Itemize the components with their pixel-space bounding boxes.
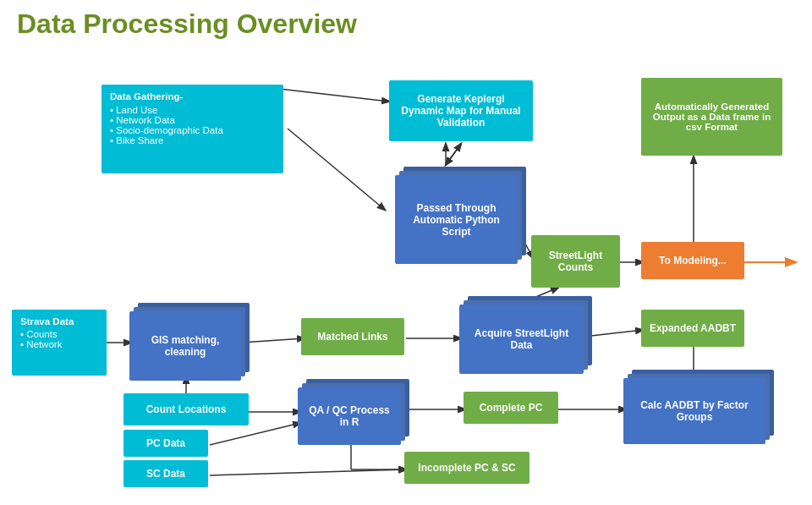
gis-matching-box: GIS matching, cleaning [129, 311, 241, 381]
passed-through-label: Passed Through Automatic Python Script [402, 202, 511, 238]
svg-line-13 [210, 423, 300, 445]
svg-line-2 [446, 144, 461, 165]
svg-line-1 [446, 144, 461, 165]
pc-data-label: PC Data [146, 437, 185, 449]
incomplete-pc-sc-label: Incomplete PC & SC [418, 462, 515, 474]
acquire-streetlight-label: Acquire StreetLight Data [466, 327, 577, 351]
complete-pc-box: Complete PC [464, 392, 558, 424]
complete-pc-label: Complete PC [480, 402, 543, 414]
count-locations-box: Count Locations [123, 393, 249, 425]
streetlight-counts-label: StreetLight Counts [538, 250, 613, 273]
page-title: Data Processing Overview [8, 8, 804, 40]
strava-data-label: Strava Data • Counts • Network [20, 316, 74, 349]
svg-line-7 [241, 338, 304, 343]
auto-output-label: Automatically Generated Output as a Data… [648, 102, 776, 132]
expanded-aadbt-box: Expanded AADBT [641, 310, 744, 347]
qa-qc-box: QA / QC Process in R [298, 387, 401, 445]
data-gathering-label: Data Gathering- • Land Use • Network Dat… [110, 91, 223, 145]
to-modeling-box: To Modeling... [641, 242, 744, 279]
expanded-aadbt-label: Expanded AADBT [650, 322, 736, 334]
data-gathering-box: Data Gathering- • Land Use • Network Dat… [102, 85, 283, 173]
generate-keplergl-box: Generate Keplergl Dynamic Map for Manual… [389, 80, 533, 141]
auto-output-box: Automatically Generated Output as a Data… [641, 78, 782, 156]
sc-data-label: SC Data [146, 468, 185, 480]
svg-line-21 [279, 89, 389, 102]
generate-keplergl-label: Generate Keplergl Dynamic Map for Manual… [396, 93, 526, 129]
qa-qc-label: QA / QC Process in R [304, 404, 394, 428]
pc-data-box: PC Data [123, 430, 208, 457]
matched-links-box: Matched Links [301, 318, 404, 355]
matched-links-label: Matched Links [317, 331, 387, 343]
sc-data-box: SC Data [123, 460, 208, 487]
svg-line-10 [584, 330, 643, 337]
strava-data-box: Strava Data • Counts • Network [12, 310, 107, 376]
streetlight-counts-box: StreetLight Counts [531, 235, 620, 288]
count-locations-label: Count Locations [146, 403, 227, 415]
svg-line-14 [210, 469, 406, 475]
calc-aadbt-box: Calc AADBT by Factor Groups [623, 378, 765, 444]
acquire-streetlight-box: Acquire StreetLight Data [459, 305, 584, 374]
to-modeling-label: To Modeling... [659, 255, 727, 266]
gis-matching-label: GIS matching, cleaning [136, 334, 234, 358]
incomplete-pc-sc-box: Incomplete PC & SC [404, 452, 529, 484]
calc-aadbt-label: Calc AADBT by Factor Groups [630, 399, 759, 423]
diagram-container: Data Processing Overview [0, 0, 812, 505]
svg-line-0 [288, 129, 385, 210]
passed-through-box: Passed Through Automatic Python Script [395, 175, 518, 264]
